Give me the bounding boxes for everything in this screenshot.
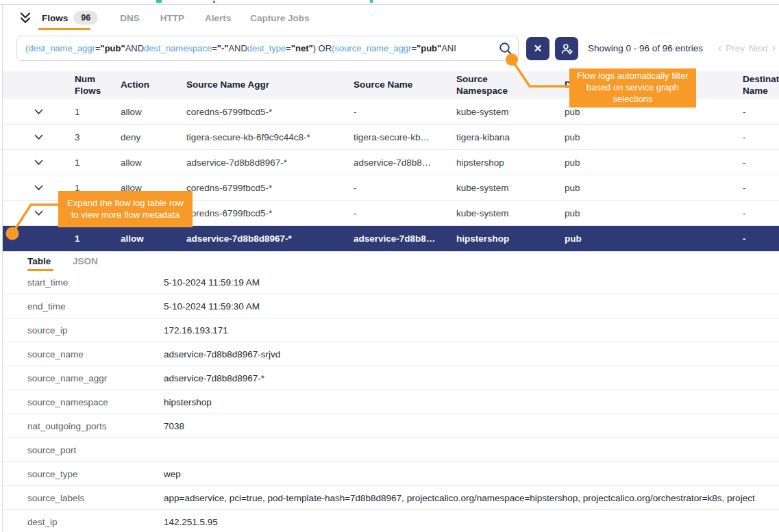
cell-source-name: tigera-secure-kb… bbox=[354, 132, 456, 142]
detail-field-value: 5-10-2024 11:59:30 AM bbox=[164, 301, 779, 312]
cell-destination-name: - bbox=[743, 157, 779, 168]
table-row[interactable]: 1 allow adservice-7d8b8d8967-* adservice… bbox=[3, 226, 779, 251]
query-segment: (dest_name_aggr bbox=[25, 43, 95, 53]
row-expand-chevron[interactable] bbox=[3, 160, 75, 166]
col-header-num-flows: Num Flows bbox=[75, 74, 121, 96]
detail-field-key: source_port bbox=[27, 445, 164, 455]
cell-action: allow bbox=[121, 157, 186, 168]
prev-chevron-icon[interactable]: ‹ bbox=[718, 42, 721, 53]
cell-source-name-aggr: adservice-7d8b8d8967-* bbox=[186, 157, 354, 168]
cell-source-name: - bbox=[354, 208, 456, 218]
table-row[interactable]: 3 deny tigera-secure-kb-6f9c9c44c8-* tig… bbox=[3, 125, 779, 150]
tab-capture-jobs[interactable]: Capture Jobs bbox=[250, 13, 309, 23]
chevron-down-icon bbox=[34, 160, 43, 166]
clear-filter-button[interactable]: ✕ bbox=[526, 37, 549, 60]
graph-artifact bbox=[213, 1, 215, 3]
detail-tab-table[interactable]: Table bbox=[27, 256, 51, 266]
cell-source-namespace: kube-system bbox=[456, 208, 565, 218]
cell-source-name: - bbox=[354, 107, 456, 117]
detail-field-key: source_type bbox=[27, 469, 164, 479]
tab-flows[interactable]: Flows 96 bbox=[42, 11, 98, 25]
query-segment: "net" bbox=[291, 43, 313, 53]
cell-source-name-aggr: adservice-7d8b8d8967-* bbox=[186, 233, 354, 244]
chevron-down-icon bbox=[34, 210, 43, 216]
cell-dest-name-aggr: pub bbox=[565, 183, 743, 193]
detail-field-key: source_ip bbox=[27, 325, 164, 335]
detail-field-row: end_time 5-10-2024 11:59:30 AM bbox=[3, 294, 779, 318]
query-segment: = bbox=[411, 43, 417, 53]
query-segment: AND bbox=[125, 43, 144, 53]
detail-field-row: source_name_aggr adservice-7d8b8d8967-* bbox=[3, 366, 779, 390]
filter-query-input[interactable]: (dest_name_aggr = "pub" AND dest_namespa… bbox=[16, 36, 519, 61]
detail-field-row: source_type wep bbox=[3, 462, 779, 486]
detail-field-key: dest_ip bbox=[27, 517, 164, 527]
detail-field-row: source_labels app=adservice, pci=true, p… bbox=[3, 486, 779, 510]
tab-flows-label: Flows bbox=[42, 13, 68, 23]
search-icon[interactable] bbox=[498, 41, 513, 56]
detail-field-key: nat_outgoing_ports bbox=[27, 421, 164, 431]
detail-field-key: source_name_aggr bbox=[27, 373, 164, 383]
tooltip-expand-annotation: Expand the flow log table row to view mo… bbox=[58, 191, 193, 227]
cell-source-name-aggr: coredns-6799fbcd5-* bbox=[186, 107, 354, 117]
cell-dest-name-aggr: pub bbox=[565, 107, 743, 117]
detail-field-value: 142.251.5.95 bbox=[164, 517, 779, 527]
tab-dns[interactable]: DNS bbox=[120, 13, 140, 23]
cell-source-namespace: tigera-kibana bbox=[456, 132, 565, 142]
detail-field-value: adservice-7d8b8d8967-srjvd bbox=[164, 349, 779, 359]
collapse-panel-icon[interactable] bbox=[18, 11, 32, 25]
cell-source-name-aggr: tigera-secure-kb-6f9c9c44c8-* bbox=[186, 132, 354, 142]
cell-source-namespace: hipstershop bbox=[456, 233, 565, 244]
cell-dest-name-aggr: pub bbox=[565, 157, 743, 168]
row-expand-chevron[interactable] bbox=[3, 185, 75, 191]
detail-field-value: app=adservice, pci=true, pod-template-ha… bbox=[164, 493, 779, 503]
query-segment: "pub" bbox=[417, 43, 441, 53]
cell-num-flows: 1 bbox=[75, 107, 121, 117]
row-expand-chevron[interactable] bbox=[3, 134, 75, 140]
query-segment: = bbox=[95, 43, 101, 53]
cell-source-name-aggr: coredns-6799fbcd5-* bbox=[186, 208, 354, 218]
detail-field-row: source_namespace hipstershop bbox=[3, 390, 779, 414]
chevron-down-icon bbox=[34, 109, 43, 115]
graph-artifact bbox=[370, 0, 373, 3]
cell-source-name: adservice-7d8b8… bbox=[354, 233, 456, 244]
detail-field-value: wep bbox=[164, 469, 779, 479]
query-segment: AND bbox=[228, 43, 247, 53]
cell-num-flows: 3 bbox=[75, 132, 121, 142]
detail-field-key: source_name bbox=[27, 349, 164, 359]
detail-tab-json[interactable]: JSON bbox=[73, 256, 98, 266]
col-header-source-namespace: Source Namespace bbox=[456, 74, 565, 96]
tooltip-filter-annotation: Flow logs automatically filter based on … bbox=[569, 68, 696, 107]
cell-source-namespace: kube-system bbox=[456, 107, 565, 117]
tab-http[interactable]: HTTP bbox=[160, 13, 184, 23]
query-segment: "-" bbox=[217, 43, 229, 53]
query-segment: dest_type bbox=[247, 43, 286, 53]
detail-field-value: hipstershop bbox=[164, 397, 779, 407]
detail-field-row: start_time 5-10-2024 11:59:19 AM bbox=[3, 270, 779, 294]
cell-num-flows: 1 bbox=[75, 157, 121, 168]
col-header-action: Action bbox=[121, 79, 186, 90]
prev-button[interactable]: Prev bbox=[726, 43, 745, 53]
user-settings-button[interactable] bbox=[555, 37, 578, 60]
log-type-tabbar: Flows 96 DNS HTTP Alerts Capture Jobs bbox=[3, 5, 779, 31]
cell-source-name-aggr: coredns-6799fbcd5-* bbox=[186, 183, 354, 193]
next-chevron-icon[interactable]: › bbox=[772, 42, 776, 53]
cell-action: allow bbox=[121, 107, 186, 117]
detail-field-value: 7038 bbox=[164, 421, 779, 431]
cell-destination-name: - bbox=[743, 107, 779, 117]
cell-num-flows: 1 bbox=[75, 233, 121, 244]
query-segment: ) OR bbox=[313, 43, 332, 53]
active-tab-underline bbox=[38, 28, 90, 30]
row-expand-chevron[interactable] bbox=[3, 109, 75, 115]
table-row[interactable]: 1 allow adservice-7d8b8d8967-* adservice… bbox=[3, 150, 779, 175]
col-header-destination-name: Destination Name bbox=[743, 74, 779, 96]
cell-dest-name-aggr: pub bbox=[565, 208, 743, 218]
next-button[interactable]: Next bbox=[749, 43, 768, 53]
tab-alerts[interactable]: Alerts bbox=[205, 13, 231, 23]
detail-field-value: 5-10-2024 11:59:19 AM bbox=[164, 277, 779, 288]
graph-artifact bbox=[156, 0, 162, 3]
cell-destination-name: - bbox=[743, 183, 779, 193]
col-header-source-name-aggr: Source Name Aggr bbox=[186, 79, 354, 90]
query-segment: "pub" bbox=[101, 43, 125, 53]
flows-count-badge: 96 bbox=[73, 11, 98, 25]
cell-destination-name: - bbox=[743, 208, 779, 218]
